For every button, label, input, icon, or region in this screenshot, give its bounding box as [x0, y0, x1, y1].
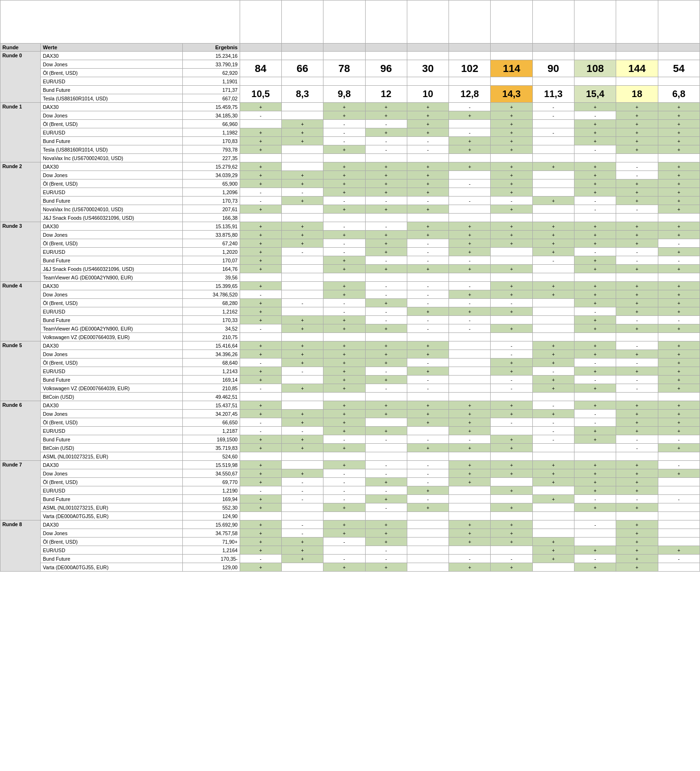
pm-cell: + [491, 359, 532, 367]
pm-cell: - [281, 495, 323, 503]
werte-cell: Dow Jones [41, 111, 182, 120]
pm-cell: - [323, 299, 365, 307]
pm-cell: + [240, 410, 281, 418]
pm-cell: + [491, 520, 532, 529]
pm-cell: + [323, 410, 365, 418]
pm-cell: + [281, 197, 323, 205]
table-row: Volkswagen VZ (DE0007664039, EUR)210,75 [0, 333, 700, 341]
pm-cell: + [281, 137, 323, 145]
pm-cell: + [323, 401, 365, 410]
player-dutchcapitalist [281, 0, 323, 44]
pm-cell: + [574, 341, 616, 350]
ergebnis-cell: 1,2164 [182, 546, 240, 555]
werte-cell: Öl (Brent, USD) [41, 359, 182, 367]
pm-cell: - [281, 299, 323, 307]
pm-cell: - [407, 290, 449, 299]
pm-cell: + [658, 222, 700, 231]
table-row: Bund Future170,33+++---+-- [0, 316, 700, 324]
pm-cell: + [658, 469, 700, 478]
pm-cell: + [658, 111, 700, 120]
pm-cell: + [491, 444, 532, 452]
pm-cell: + [532, 384, 574, 393]
pm-cell: + [365, 495, 407, 503]
table-row: BitCoin (USD)49.462,51 [0, 393, 700, 401]
pm-cell [407, 333, 449, 341]
pm-cell: + [407, 179, 449, 188]
pm-cell: + [616, 350, 658, 359]
ergebnis-cell: 1,1901 [182, 77, 240, 86]
ergebnis-cell: 164,76 [182, 265, 240, 273]
pm-cell: - [365, 197, 407, 205]
pm-cell [491, 214, 532, 222]
ergebnis-cell: 1,2020 [182, 248, 240, 256]
pm-cell: + [365, 563, 407, 572]
empty-cell [407, 52, 449, 60]
pm-cell: - [532, 418, 574, 427]
pm-cell [574, 444, 616, 452]
empty-cell [449, 52, 491, 60]
pm-cell: + [240, 435, 281, 444]
ergebnis-cell: 1,2162 [182, 307, 240, 316]
pm-cell: + [658, 120, 700, 128]
pm-cell: + [491, 503, 532, 512]
pm-cell: + [449, 478, 491, 486]
pm-cell: + [574, 282, 616, 290]
pm-cell: - [407, 145, 449, 154]
table-row: Dow Jones34.185,30-+++++--++ [0, 111, 700, 120]
pm-cell: + [407, 265, 449, 273]
pm-cell [240, 154, 281, 162]
pm-cell: + [323, 282, 365, 290]
pm-cell: - [491, 555, 532, 563]
empty-cell [658, 77, 700, 86]
pm-cell: + [532, 546, 574, 555]
pm-cell: - [574, 376, 616, 384]
werte-cell: DAX30 [41, 162, 182, 171]
pm-cell [449, 393, 491, 401]
pm-cell: + [281, 316, 323, 324]
pm-cell: - [365, 222, 407, 231]
pm-cell [323, 333, 365, 341]
pm-cell: - [616, 435, 658, 444]
table-row: EUR/USD1,2020+--+-++--+ [0, 248, 700, 256]
ergebnis-cell: 15.692,90 [182, 520, 240, 529]
pm-cell [407, 529, 449, 538]
werte-cell: Tesla (US88160R1014, USD) [41, 145, 182, 154]
pm-cell: + [449, 469, 491, 478]
pm-cell: + [407, 103, 449, 111]
pm-cell: + [449, 538, 491, 546]
pm-cell [532, 265, 574, 273]
pm-cell: - [323, 555, 365, 563]
pm-cell: - [449, 555, 491, 563]
empty-cell [407, 77, 449, 86]
pm-cell: + [532, 248, 574, 256]
pm-cell [449, 188, 491, 197]
pm-cell: - [407, 248, 449, 256]
pm-cell [365, 452, 407, 461]
table-row: Dow Jones34.757,58+-+++++ [0, 529, 700, 538]
pm-cell: + [491, 290, 532, 299]
pm-cell [281, 214, 323, 222]
pm-cell [281, 461, 323, 469]
pm-cell: + [574, 324, 616, 333]
table-row: EUR/USD1,1901 [0, 77, 700, 86]
pm-cell: + [449, 307, 491, 316]
pm-cell: + [574, 256, 616, 265]
pm-cell [449, 376, 491, 384]
pm-cell: + [532, 410, 574, 418]
empty-cell [574, 52, 616, 60]
pm-cell: + [407, 120, 449, 128]
empty-cell [240, 52, 281, 60]
werte-cell: DAX30 [41, 341, 182, 350]
werte-cell: DAX30 [41, 520, 182, 529]
pm-cell [281, 376, 323, 384]
table-row: Bund Future169,1500++----+-+-- [0, 435, 700, 444]
pm-cell [574, 333, 616, 341]
werte-cell: DAX30 [41, 222, 182, 231]
pm-cell: - [240, 555, 281, 563]
pm-cell: - [574, 307, 616, 316]
pm-cell: - [281, 188, 323, 197]
pm-cell: + [491, 111, 532, 120]
werte-cell: BitCoin (USD) [41, 393, 182, 401]
pm-cell: - [240, 427, 281, 435]
pm-cell: + [574, 120, 616, 128]
